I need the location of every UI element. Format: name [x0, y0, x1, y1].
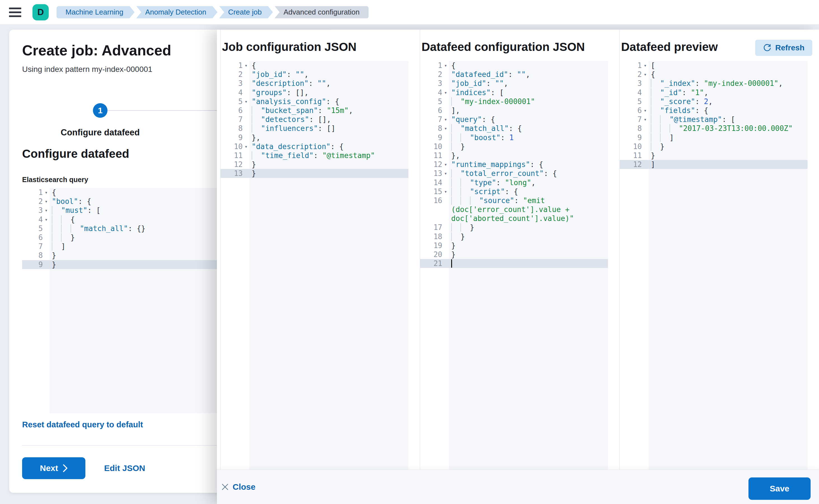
page-title: Create job: Advanced [22, 42, 171, 59]
datafeed-config-json-editor[interactable]: 1▾{2 "datafeed_id": "",3 "job_id": "",4▾… [420, 61, 608, 470]
top-header: D Machine Learning Anomaly Detection Cre… [0, 0, 819, 25]
reset-datafeed-query-link[interactable]: Reset datafeed query to default [22, 420, 143, 429]
refresh-button[interactable]: Refresh [755, 40, 812, 56]
breadcrumb: Machine Learning Anomaly Detection Creat… [56, 6, 369, 18]
avatar[interactable]: D [32, 4, 49, 20]
edit-json-flyout: Job configuration JSON 1▾{2 "job_id": ""… [217, 30, 819, 504]
breadcrumb-anomaly-detection[interactable]: Anomaly Detection [136, 6, 218, 18]
step-1-indicator[interactable]: 1 [93, 103, 107, 118]
job-config-title: Job configuration JSON [222, 40, 357, 54]
breadcrumb-create-job[interactable]: Create job [219, 6, 273, 18]
step-1-label: Configure datafeed [44, 128, 156, 138]
page-subtitle: Using index pattern my-index-000001 [22, 65, 152, 74]
datafeed-preview-column: Datafeed preview Refresh 1▾[2▾ {3 "_inde… [620, 30, 819, 470]
breadcrumb-advanced-configuration: Advanced configuration [275, 6, 369, 18]
job-config-json-editor[interactable]: 1▾{2 "job_id": "",3 "description": "",4 … [221, 61, 408, 470]
datafeed-config-title: Datafeed configuration JSON [422, 40, 585, 54]
flyout-footer: Close Save [217, 470, 819, 504]
refresh-icon [763, 44, 771, 52]
elasticsearch-query-label: Elasticsearch query [22, 176, 88, 184]
section-heading: Configure datafeed [22, 147, 129, 161]
save-button[interactable]: Save [749, 477, 811, 500]
close-icon [222, 483, 229, 491]
menu-icon[interactable] [9, 8, 21, 17]
breadcrumb-machine-learning[interactable]: Machine Learning [56, 6, 135, 18]
datafeed-config-column: Datafeed configuration JSON 1▾{2 "datafe… [420, 30, 620, 470]
job-config-column: Job configuration JSON 1▾{2 "job_id": ""… [220, 30, 420, 470]
datafeed-preview-title: Datafeed preview [621, 40, 718, 54]
edit-json-link[interactable]: Edit JSON [104, 463, 145, 473]
close-button[interactable]: Close [222, 482, 256, 492]
chevron-right-icon [63, 464, 68, 472]
datafeed-preview-editor[interactable]: 1▾[2▾ {3 "_index": "my-index-000001",4 "… [620, 61, 808, 470]
next-button[interactable]: Next [22, 457, 85, 479]
